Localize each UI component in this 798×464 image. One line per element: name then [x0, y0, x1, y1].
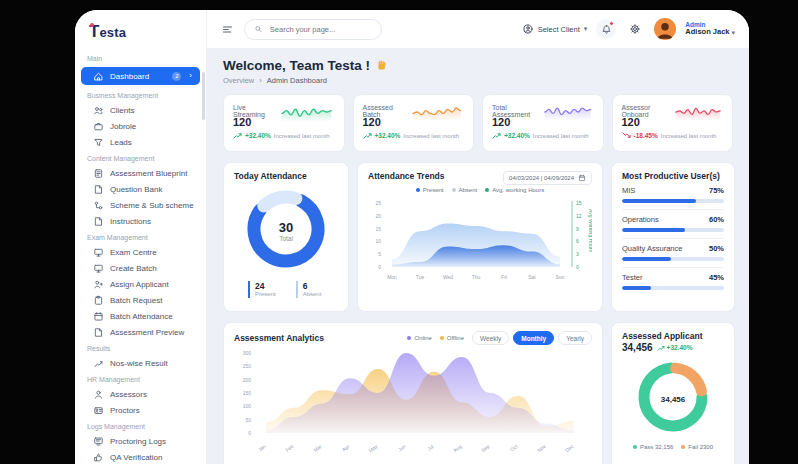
sidebar-item-badge: 2 [172, 72, 181, 81]
attendance-total-value: 30 [279, 220, 293, 235]
svg-text:200: 200 [243, 377, 252, 383]
stat-card-assessor-onboard[interactable]: Assessor Onboard120-18.45%Increased last… [612, 94, 734, 152]
thumb-icon [93, 452, 104, 463]
legend-label: Fail 2300 [688, 444, 713, 450]
sidebar-item-assessment-preview[interactable]: Assessment Preview [81, 324, 200, 340]
legend-online: Online [407, 335, 431, 341]
sidebar-item-proctoring-logs[interactable]: Proctoring Logs [81, 433, 200, 449]
tab-monthly[interactable]: Monthly [513, 331, 554, 345]
productive-user-name: Quality Assurance [622, 244, 682, 253]
stat-card-live-streaming[interactable]: Live Streaming120+32.40%Increased last m… [223, 94, 345, 152]
sidebar-item-leads[interactable]: Leads [81, 134, 200, 150]
trend-up-icon [492, 132, 501, 139]
legend-dot [416, 188, 420, 192]
sidebar-item-label: Jobrole [110, 122, 136, 131]
date-range-picker[interactable]: 04/03/2024 | 04/09/2024 [503, 171, 592, 185]
user-menu[interactable]: Admin Adison Jack ▾ [685, 21, 735, 37]
sidebar-item-label: QA Verification [110, 453, 162, 462]
sidebar-item-label: Exam Centre [110, 248, 157, 257]
productive-user-percent: 45% [709, 273, 724, 282]
chevron-right-icon: › [189, 72, 192, 80]
attendance-trends-title: Attendance Trends [368, 171, 445, 181]
app-logo[interactable]: Testa [75, 18, 206, 50]
assessment-analytics-chart[interactable]: 050100150200250300JanFebMarAprMayJunJulA… [234, 345, 592, 463]
legend-dot [440, 336, 444, 340]
logo-accent-dot [90, 23, 94, 27]
sidebar-item-label: Scheme & Sub scheme [110, 201, 194, 210]
person-plus-icon [93, 279, 104, 290]
sidebar-section-label: Main [75, 50, 206, 65]
attendance-stat-value: 24 [255, 281, 276, 291]
tab-yearly[interactable]: Yearly [558, 331, 592, 345]
sidebar-item-proctors[interactable]: Proctors [81, 402, 200, 418]
sidebar-item-label: Create Batch [110, 264, 157, 273]
users-icon [93, 105, 104, 116]
most-productive-title: Most Productive User(s) [622, 171, 724, 181]
sidebar-item-label: Proctors [110, 406, 140, 415]
sidebar-item-dashboard[interactable]: Dashboard2› [81, 67, 200, 85]
attendance-stat-absent: 6Absent [296, 281, 322, 298]
calendar-icon [578, 174, 586, 182]
sidebar-item-batch-attendance[interactable]: Batch Attendance [81, 308, 200, 324]
stat-card-note: Increased last month [403, 133, 459, 139]
sidebar-item-assign-applicant[interactable]: Assign Applicant [81, 276, 200, 292]
svg-text:Aug: Aug [452, 443, 463, 453]
stat-card-value: 120 [363, 116, 465, 128]
attendance-trends-chart[interactable]: 051015202503691215Avg Working HoursMonTu… [368, 193, 592, 293]
tab-weekly[interactable]: Weekly [472, 331, 509, 345]
select-client-dropdown[interactable]: Select Client ▾ [522, 23, 588, 35]
waving-hand-icon [375, 59, 388, 72]
productive-user-percent: 60% [709, 215, 724, 224]
sidebar-item-exam-centre[interactable]: Exam Centre [81, 244, 200, 260]
assessed-legend: Pass 32,156Fail 2300 [622, 444, 724, 450]
sidebar-item-label: Instructions [110, 217, 151, 226]
notifications-button[interactable] [596, 19, 616, 39]
productive-user-name: Operations [622, 215, 659, 224]
most-productive-card: Most Productive User(s) MIS75%Operations… [611, 162, 735, 312]
sidebar-item-instructions[interactable]: Instructions [81, 213, 200, 229]
stat-card-trend: +32.40% [375, 132, 401, 139]
sidebar-item-batch-request[interactable]: Batch Request [81, 292, 200, 308]
app-window: Testa MainDashboard2›Business Management… [75, 10, 749, 464]
svg-text:Jan: Jan [257, 443, 267, 453]
sidebar-item-label: Question Bank [110, 185, 162, 194]
sidebar-item-label: Assessment Preview [110, 328, 184, 337]
sidebar-item-assessment-blueprint[interactable]: Assessment Blueprint [81, 165, 200, 181]
assessed-applicant-card: Assessed Applicant 34,456 +32.40% 34,456… [611, 322, 735, 464]
breadcrumb: Overview › Admin Dashboard [223, 76, 733, 85]
legend-label: Pass 32,156 [640, 444, 673, 450]
sidebar-item-clients[interactable]: Clients [81, 102, 200, 118]
assessment-analytics-title: Assessment Analytics [234, 333, 324, 343]
sidebar-scrollbar[interactable] [202, 72, 205, 120]
search-input[interactable] [268, 24, 372, 35]
search-box[interactable] [244, 19, 382, 40]
sidebar-item-jobrole[interactable]: Jobrole [81, 118, 200, 134]
sidebar-item-create-batch[interactable]: Create Batch [81, 260, 200, 276]
menu-toggle-icon[interactable] [221, 23, 234, 36]
topbar: Select Client ▾ Admin Adison Jack ▾ [207, 10, 749, 48]
svg-text:5: 5 [378, 251, 381, 257]
stat-card-assessed-batch[interactable]: Assessed Batch120+32.40%Increased last m… [353, 94, 475, 152]
progress-track [622, 286, 724, 290]
sidebar-item-nos-wise-result[interactable]: Nos-wise Result [81, 355, 200, 371]
settings-button[interactable] [625, 19, 645, 39]
productive-user-row: Tester45% [622, 268, 724, 296]
sidebar-item-assessors[interactable]: Assessors [81, 386, 200, 402]
stat-card-note: Increased last month [533, 133, 589, 139]
sidebar-item-qa-verification[interactable]: QA Verification [81, 449, 200, 464]
productive-users-list: MIS75%Operations60%Quality Assurance50%T… [622, 181, 724, 296]
breadcrumb-overview[interactable]: Overview [223, 76, 254, 85]
sidebar-section-label: Results [75, 340, 206, 355]
sidebar-item-scheme-sub-scheme[interactable]: Scheme & Sub scheme [81, 197, 200, 213]
attendance-total-label: Total [279, 235, 293, 242]
attendance-stat-present: 24Present [248, 281, 276, 298]
svg-text:Tue: Tue [416, 274, 425, 280]
stat-cards: Live Streaming120+32.40%Increased last m… [223, 94, 733, 152]
svg-text:3: 3 [576, 251, 579, 257]
sidebar-item-question-bank[interactable]: Question Bank [81, 181, 200, 197]
stat-card-total-assessment[interactable]: Total Assessment120+32.40%Increased last… [482, 94, 604, 152]
svg-text:Apr: Apr [341, 443, 351, 453]
sidebar-item-label: Assessors [110, 390, 147, 399]
avatar[interactable] [654, 18, 676, 40]
svg-text:15: 15 [375, 226, 381, 232]
